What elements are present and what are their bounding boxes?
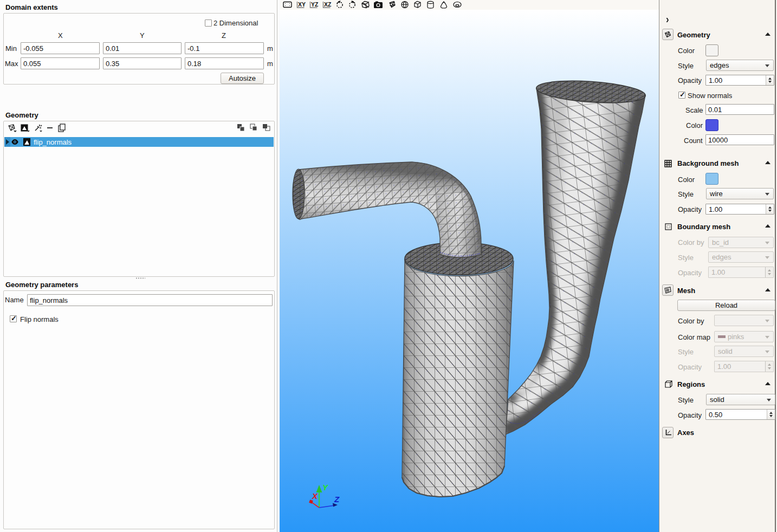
svg-text:Z: Z: [334, 495, 340, 504]
svg-text:XZ: XZ: [324, 1, 332, 8]
svg-text:X: X: [312, 491, 318, 501]
svg-text:YZ: YZ: [311, 1, 319, 8]
svg-text:XY: XY: [298, 1, 306, 8]
